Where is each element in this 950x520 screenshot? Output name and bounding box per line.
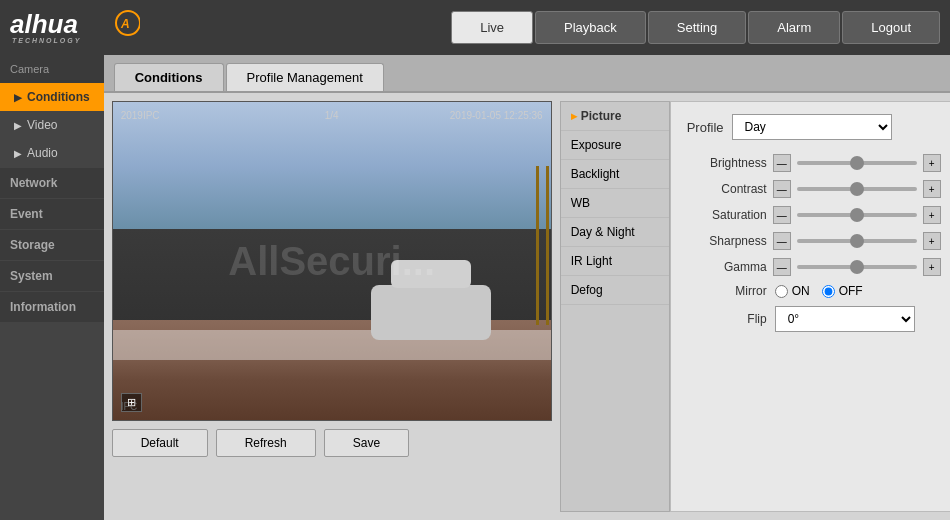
slider-track-4[interactable] [797, 265, 917, 269]
mirror-off-radio[interactable]: OFF [822, 284, 863, 298]
sub-nav-wb[interactable]: WB [561, 189, 669, 218]
camera-section-label: Camera [0, 55, 104, 83]
car-shape [371, 285, 491, 340]
slider-row-sharpness: Sharpness — + 50 [687, 232, 950, 250]
slider-increase-1[interactable]: + [923, 180, 941, 198]
right-settings: Profile Day Night Normal Brightness — + [670, 101, 950, 512]
channel-label: 1/4 [325, 110, 339, 121]
nav-tab-setting[interactable]: Setting [648, 11, 746, 44]
logo-text: alhua TECHNOLOGY A [10, 5, 150, 51]
slider-track-3[interactable] [797, 239, 917, 243]
settings-panel: ▶ Picture Exposure Backlight WB [560, 101, 950, 512]
slider-thumb-3[interactable] [850, 234, 864, 248]
sidebar-item-information[interactable]: Information [0, 292, 104, 322]
camera-id-label: 2019IPC [121, 110, 160, 121]
sidebar: Camera ▶ Conditions ▶ Video ▶ Audio Netw… [0, 55, 104, 520]
video-section: AllSecuri... 2019IPC 1/4 2019-01-05 12:2… [112, 101, 552, 512]
slider-value-3: 50 [947, 234, 950, 248]
fence [536, 166, 551, 325]
slider-label-4: Gamma [687, 260, 767, 274]
default-button[interactable]: Default [112, 429, 208, 457]
tab-profile-management[interactable]: Profile Management [226, 63, 384, 91]
slider-rows: Brightness — + 50 Contrast — + 50 Satura… [687, 154, 950, 276]
slider-track-1[interactable] [797, 187, 917, 191]
mirror-off-input[interactable] [822, 285, 835, 298]
slider-thumb-4[interactable] [850, 260, 864, 274]
flip-select[interactable]: 0° 90° 180° 270° [775, 306, 915, 332]
slider-value-2: 50 [947, 208, 950, 222]
save-button[interactable]: Save [324, 429, 409, 457]
logo: alhua TECHNOLOGY A [0, 5, 150, 51]
slider-label-0: Brightness [687, 156, 767, 170]
slider-decrease-1[interactable]: — [773, 180, 791, 198]
slider-decrease-3[interactable]: — [773, 232, 791, 250]
arrow-icon: ▶ [571, 112, 577, 121]
flip-label: Flip [687, 312, 767, 326]
sidebar-item-event[interactable]: Event [0, 199, 104, 229]
profile-row: Profile Day Night Normal [687, 114, 950, 140]
main: Camera ▶ Conditions ▶ Video ▶ Audio Netw… [0, 55, 950, 520]
content: Conditions Profile Management AllSecuri. [104, 55, 950, 520]
slider-increase-2[interactable]: + [923, 206, 941, 224]
sidebar-item-video[interactable]: ▶ Video [0, 111, 104, 139]
mirror-label: Mirror [687, 284, 767, 298]
chevron-right-icon: ▶ [14, 148, 22, 159]
slider-thumb-1[interactable] [850, 182, 864, 196]
sub-navigation: ▶ Picture Exposure Backlight WB [560, 101, 670, 512]
slider-decrease-4[interactable]: — [773, 258, 791, 276]
slider-label-3: Sharpness [687, 234, 767, 248]
svg-text:A: A [120, 17, 130, 31]
svg-text:alhua: alhua [10, 9, 78, 39]
slider-row-gamma: Gamma — + 50 [687, 258, 950, 276]
slider-thumb-2[interactable] [850, 208, 864, 222]
video-container: AllSecuri... 2019IPC 1/4 2019-01-05 12:2… [112, 101, 552, 421]
sidebar-item-network[interactable]: Network [0, 168, 104, 198]
slider-track-0[interactable] [797, 161, 917, 165]
expand-button[interactable]: ⊞ [121, 393, 142, 412]
nav-tab-live[interactable]: Live [451, 11, 533, 44]
chevron-right-icon: ▶ [14, 92, 22, 103]
slider-decrease-0[interactable]: — [773, 154, 791, 172]
chevron-right-icon: ▶ [14, 120, 22, 131]
datetime-label: 2019-01-05 12:25:36 [450, 110, 543, 121]
sub-nav-exposure[interactable]: Exposure [561, 131, 669, 160]
slider-increase-3[interactable]: + [923, 232, 941, 250]
header: alhua TECHNOLOGY A Live Playback Setting… [0, 0, 950, 55]
mirror-off-label: OFF [839, 284, 863, 298]
sidebar-item-system[interactable]: System [0, 261, 104, 291]
expand-area[interactable]: ⊞ [121, 393, 142, 412]
nav-tabs: Live Playback Setting Alarm Logout [451, 11, 940, 44]
sidebar-item-audio[interactable]: ▶ Audio [0, 139, 104, 167]
mirror-on-input[interactable] [775, 285, 788, 298]
nav-tab-alarm[interactable]: Alarm [748, 11, 840, 44]
slider-label-1: Contrast [687, 182, 767, 196]
slider-thumb-0[interactable] [850, 156, 864, 170]
sub-nav-backlight[interactable]: Backlight [561, 160, 669, 189]
slider-value-4: 50 [947, 260, 950, 274]
sub-nav-picture[interactable]: ▶ Picture [561, 102, 669, 131]
slider-decrease-2[interactable]: — [773, 206, 791, 224]
action-buttons: Default Refresh Save [112, 429, 552, 457]
flip-row: Flip 0° 90° 180° 270° [687, 306, 950, 332]
mirror-on-radio[interactable]: ON [775, 284, 810, 298]
settings-container: ▶ Picture Exposure Backlight WB [560, 101, 950, 512]
tab-conditions[interactable]: Conditions [114, 63, 224, 91]
sub-nav-ir-light[interactable]: IR Light [561, 247, 669, 276]
slider-row-contrast: Contrast — + 50 [687, 180, 950, 198]
refresh-button[interactable]: Refresh [216, 429, 316, 457]
sidebar-item-storage[interactable]: Storage [0, 230, 104, 260]
slider-increase-4[interactable]: + [923, 258, 941, 276]
camera-feed: AllSecuri... [113, 102, 551, 420]
sub-nav-defog[interactable]: Defog [561, 276, 669, 305]
sidebar-item-conditions[interactable]: ▶ Conditions [0, 83, 104, 111]
content-body: AllSecuri... 2019IPC 1/4 2019-01-05 12:2… [104, 93, 950, 520]
tab-bar: Conditions Profile Management [104, 55, 950, 93]
mirror-radio-group: ON OFF [775, 284, 863, 298]
nav-tab-playback[interactable]: Playback [535, 11, 646, 44]
slider-row-saturation: Saturation — + 50 [687, 206, 950, 224]
sub-nav-day-night[interactable]: Day & Night [561, 218, 669, 247]
slider-increase-0[interactable]: + [923, 154, 941, 172]
profile-select[interactable]: Day Night Normal [732, 114, 892, 140]
slider-track-2[interactable] [797, 213, 917, 217]
nav-tab-logout[interactable]: Logout [842, 11, 940, 44]
